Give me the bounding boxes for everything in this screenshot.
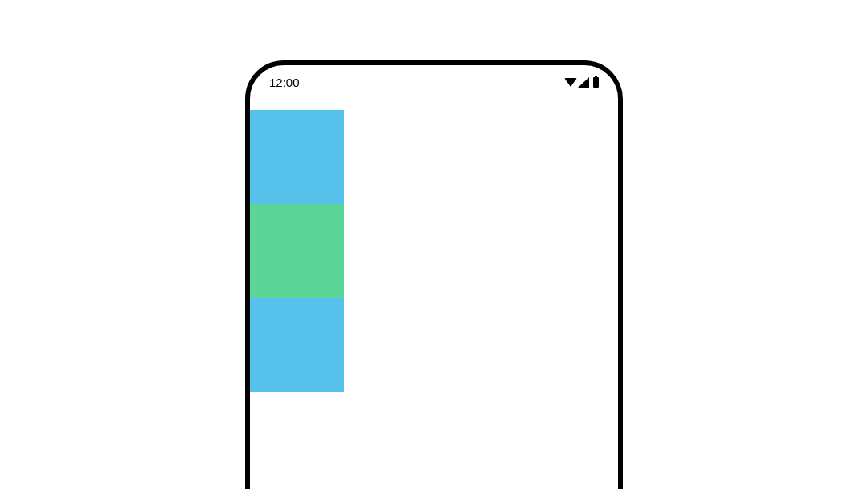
content-area: [250, 96, 618, 392]
color-stack: [250, 110, 344, 392]
block-middle: [250, 204, 344, 298]
status-bar: 12:00: [250, 65, 618, 96]
block-bottom: [250, 298, 344, 392]
status-icons: [564, 77, 599, 88]
block-top: [250, 110, 344, 204]
cellular-signal-icon: [578, 77, 589, 88]
battery-icon: [593, 77, 599, 88]
status-time: 12:00: [269, 76, 300, 89]
wifi-icon: [564, 78, 577, 87]
phone-frame: 12:00: [245, 60, 623, 489]
